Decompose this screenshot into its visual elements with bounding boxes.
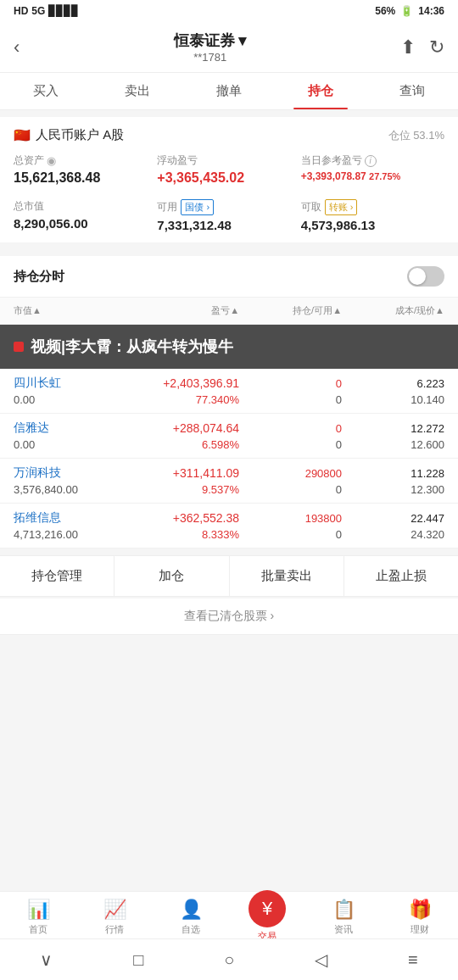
- stock-3-holding: 193800: [239, 512, 342, 525]
- available-block: 可用 国债 › 7,331,312.48: [157, 199, 300, 232]
- stock-1-holding: 0: [239, 422, 342, 435]
- metrics-grid2: 总市值 8,290,056.00 可用 国债 › 7,331,312.48 可取…: [14, 199, 444, 232]
- phone-back-button[interactable]: ◁: [298, 946, 344, 973]
- nav-finance[interactable]: 🎁 理财: [382, 899, 458, 943]
- stock-2-holding: 290800: [239, 467, 342, 480]
- withdraw-label: 可取 转账 ›: [301, 199, 444, 215]
- account-name: 🇨🇳 人民币账户 A股: [14, 127, 124, 143]
- total-assets-label: 总资产 ◉: [14, 153, 157, 168]
- time-display: 14:36: [418, 5, 444, 17]
- stock-0-mktval: 0.00: [14, 393, 116, 406]
- stop-loss-button[interactable]: 止盈止损: [344, 556, 458, 596]
- battery-pct: 56%: [375, 5, 395, 17]
- clear-stock-link[interactable]: 查看已清仓股票 ›: [0, 599, 458, 635]
- watchlist-icon: 👤: [180, 899, 203, 921]
- tab-query[interactable]: 查询: [366, 73, 458, 109]
- header-center: 恒泰证券 ▾ **1781: [174, 31, 246, 64]
- avail-label: 可用 国债 ›: [157, 199, 300, 215]
- phone-expand-button[interactable]: ∨: [23, 946, 70, 973]
- holdings-title: 持仓分时: [14, 269, 64, 285]
- stock-3-name[interactable]: 拓维信息: [14, 510, 116, 526]
- stock-0-row1: 四川长虹 +2,403,396.91 0 6.223: [14, 376, 444, 391]
- stock-3-row2: 4,713,216.00 8.333% 0 24.320: [14, 528, 444, 541]
- account-header: 🇨🇳 人民币账户 A股 仓位 53.1%: [14, 127, 444, 143]
- holdings-toggle[interactable]: [407, 266, 444, 287]
- tab-buy[interactable]: 买入: [0, 73, 92, 109]
- signal-bars: ▊▊▊▊: [48, 5, 79, 17]
- stock-2-avail: 0: [239, 483, 342, 496]
- stock-item-2[interactable]: 万润科技 +311,411.09 290800 11.228 3,576,840…: [0, 459, 458, 504]
- holdings-section: 持仓分时 市值▲ 盈亏▲ 持仓/可用▲ 成本/现价▲ 视频|李大霄：从疯牛转为慢…: [0, 256, 458, 548]
- stock-1-name[interactable]: 信雅达: [14, 420, 116, 436]
- eye-icon[interactable]: ◉: [47, 154, 56, 167]
- stock-2-mktval: 3,576,840.00: [14, 483, 116, 496]
- stock-0-row2: 0.00 77.340% 0 10.140: [14, 393, 444, 406]
- nav-home[interactable]: 📊 首页: [0, 899, 76, 943]
- position-value: 53.1%: [413, 129, 444, 142]
- nav-news[interactable]: 📋 资讯: [305, 899, 382, 943]
- phone-circle-button[interactable]: ○: [207, 947, 251, 973]
- info-icon[interactable]: i: [365, 155, 377, 167]
- stock-2-pnl: +311,411.09: [116, 466, 239, 480]
- market-icon: 📈: [103, 899, 126, 921]
- nav-tabs: 买入 卖出 撤单 持仓 查询: [0, 73, 458, 110]
- bulk-sell-button[interactable]: 批量卖出: [230, 556, 344, 596]
- tab-holdings[interactable]: 持仓: [275, 73, 366, 109]
- stock-2-price: 12.300: [342, 483, 444, 496]
- nav-market[interactable]: 📈 行情: [76, 899, 153, 943]
- withdraw-block: 可取 转账 › 4,573,986.13: [301, 199, 444, 232]
- stock-1-cost: 12.272: [342, 422, 444, 435]
- today-pnl-label: 当日参考盈亏 i: [301, 153, 444, 168]
- stock-item-0[interactable]: 视频|李大霄：从疯牛转为慢牛 四川长虹 +2,403,396.91 0 6.22…: [0, 325, 458, 414]
- refresh-button[interactable]: ↻: [429, 36, 444, 58]
- phone-bottom-bar: ∨ □ ○ ◁ ≡: [0, 938, 458, 980]
- market-value-block: 总市值 8,290,056.00: [14, 199, 157, 232]
- home-label: 首页: [29, 923, 47, 936]
- stock-2-name[interactable]: 万润科技: [14, 465, 116, 481]
- metrics-grid: 总资产 ◉ 15,621,368.48 浮动盈亏 +3,365,435.02 当…: [14, 153, 444, 186]
- account-label: 人民币账户 A股: [36, 127, 124, 143]
- float-pnl-label: 浮动盈亏: [157, 153, 300, 168]
- withdraw-value: 4,573,986.13: [301, 218, 444, 232]
- finance-label: 理财: [411, 923, 429, 936]
- news-icon: 📋: [332, 899, 355, 921]
- dropdown-icon[interactable]: ▾: [238, 31, 246, 50]
- holdings-header: 持仓分时: [0, 256, 458, 298]
- stock-0-name[interactable]: 四川长虹: [14, 376, 116, 391]
- stock-3-avail: 0: [239, 528, 342, 541]
- position-label: 仓位: [388, 129, 411, 142]
- signal-5g: 5G: [31, 5, 45, 17]
- flag-icon: 🇨🇳: [14, 127, 31, 143]
- phone-menu-button[interactable]: ≡: [391, 947, 435, 973]
- guozhai-tag[interactable]: 国债 ›: [181, 199, 214, 215]
- transfer-tag[interactable]: 转账 ›: [325, 199, 358, 215]
- phone-home-button[interactable]: □: [116, 947, 160, 973]
- avail-value: 7,331,312.48: [157, 218, 300, 232]
- nav-trade[interactable]: ¥ 交易: [229, 899, 305, 943]
- share-button[interactable]: ⬆: [400, 36, 416, 58]
- news-label: 资讯: [334, 923, 353, 936]
- back-button[interactable]: ‹: [14, 36, 20, 58]
- add-position-button[interactable]: 加仓: [114, 556, 229, 596]
- stock-2-row2: 3,576,840.00 9.537% 0 12.300: [14, 483, 444, 496]
- status-left: HD 5G ▊▊▊▊: [14, 5, 79, 17]
- total-assets-block: 总资产 ◉ 15,621,368.48: [14, 153, 157, 186]
- stock-0-cost: 6.223: [342, 377, 444, 390]
- stock-1-row1: 信雅达 +288,074.64 0 12.272: [14, 420, 444, 436]
- nav-watchlist[interactable]: 👤 自选: [153, 899, 229, 943]
- col-holding: 持仓/可用▲: [239, 304, 342, 317]
- stock-0-holding: 0: [239, 377, 342, 390]
- manage-button[interactable]: 持仓管理: [0, 556, 114, 596]
- tab-cancel[interactable]: 撤单: [183, 73, 275, 109]
- bottom-actions: 持仓管理 加仓 批量卖出 止盈止损: [0, 555, 458, 597]
- stock-1-row2: 0.00 6.598% 0 12.600: [14, 438, 444, 451]
- col-pnl: 盈亏▲: [116, 304, 239, 317]
- mktval-value: 8,290,056.00: [14, 216, 157, 231]
- video-banner[interactable]: 视频|李大霄：从疯牛转为慢牛: [0, 325, 458, 369]
- clear-stock-text: 查看已清仓股票 ›: [184, 609, 275, 624]
- stock-item-3[interactable]: 拓维信息 +362,552.38 193800 22.447 4,713,216…: [0, 504, 458, 548]
- header: ‹ 恒泰证券 ▾ **1781 ⬆ ↻: [0, 22, 458, 73]
- stock-item-1[interactable]: 信雅达 +288,074.64 0 12.272 0.00 6.598% 0 1…: [0, 414, 458, 459]
- stock-3-pnl: +362,552.38: [116, 511, 239, 525]
- tab-sell[interactable]: 卖出: [92, 73, 183, 109]
